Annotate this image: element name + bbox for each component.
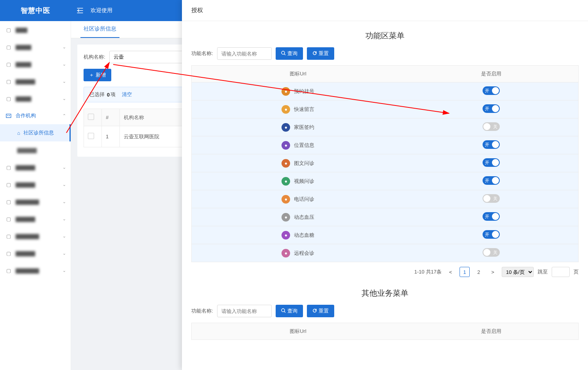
enable-toggle[interactable]: 开 <box>483 230 500 239</box>
chevron-down-icon: ⌄ <box>62 79 66 84</box>
chevron-down-icon: ⌄ <box>62 199 66 204</box>
org-name-input[interactable] <box>109 51 187 63</box>
feature-name: 动态血糖 <box>294 232 314 239</box>
th-enabled: 是否启用 <box>404 66 579 82</box>
toggle-knob <box>492 177 499 184</box>
sidebar-sub-other[interactable]: ▇▇▇▇▇ <box>0 141 71 159</box>
enable-toggle[interactable]: 关 <box>483 122 500 131</box>
phone-icon: ▢ <box>5 164 12 170</box>
svg-line-4 <box>284 54 285 55</box>
pager-page-2[interactable]: 2 <box>474 267 484 277</box>
sidebar-item-8[interactable]: ▢▇▇▇▇▇⌄ <box>0 210 71 227</box>
enable-toggle[interactable]: 开 <box>483 176 500 185</box>
sidebar-item-7[interactable]: ▢▇▇▇▇▇▇⌄ <box>0 193 71 210</box>
home-icon: ⌂ <box>17 130 20 136</box>
enable-toggle[interactable]: 开 <box>483 86 500 95</box>
box-icon: ▢ <box>5 61 12 67</box>
section-title-func: 功能区菜单 <box>191 30 579 41</box>
toggle-knob <box>492 105 499 112</box>
enable-toggle[interactable]: 开 <box>483 158 500 167</box>
enable-toggle[interactable]: 开 <box>483 212 500 221</box>
sidebar-item-10[interactable]: ▢▇▇▇▇▇⌄ <box>0 245 71 262</box>
sidebar-submenu: ⌂ 社区诊所信息 ▇▇▇▇▇ <box>0 124 71 159</box>
chevron-down-icon: ⌄ <box>62 45 66 50</box>
clock-icon: ▢ <box>5 78 12 84</box>
feature-icon: ● <box>282 123 290 132</box>
feature-icon: ● <box>282 105 290 114</box>
sidebar-item-0[interactable]: ▢▇▇▇ <box>0 21 71 38</box>
feature-name: 动态血压 <box>294 214 314 221</box>
list-icon: ▢ <box>5 181 12 188</box>
toggle-label: 开 <box>485 104 489 113</box>
sidebar-item-5[interactable]: ▢▇▇▇▇▇⌄ <box>0 159 71 176</box>
filter-label: 机构名称: <box>84 54 105 61</box>
section-title-other: 其他业务菜单 <box>191 288 579 299</box>
sidebar-item-partner[interactable]: 合作机构 ⌃ <box>0 107 71 124</box>
feature-icon: ● <box>282 195 290 204</box>
pager-next[interactable]: > <box>488 267 498 277</box>
th-index: # <box>102 109 120 126</box>
more-icon: ▢ <box>5 267 12 273</box>
selection-prefix: 已选择 <box>89 91 105 98</box>
row-checkbox[interactable] <box>88 133 94 139</box>
chevron-down-icon: ⌄ <box>62 251 66 256</box>
sidebar-item-6[interactable]: ▢▇▇▇▇▇⌄ <box>0 176 71 193</box>
pager-prev[interactable]: < <box>445 267 456 277</box>
toggle-label: 开 <box>485 176 489 185</box>
func-filter-row: 功能名称: 查询 重置 <box>191 47 579 60</box>
pager-page-1[interactable]: 1 <box>460 267 470 277</box>
pager-info: 1-10 共17条 <box>414 268 442 275</box>
sidebar-item-9[interactable]: ▢▇▇▇▇▇▇⌄ <box>0 227 71 245</box>
sidebar-label: ▇▇▇▇ <box>16 96 31 102</box>
func-name-label: 功能名称: <box>191 50 213 57</box>
enable-toggle[interactable]: 开 <box>483 140 500 149</box>
func-row: ●视频问诊开 <box>192 172 578 190</box>
feature-icon: ● <box>282 159 290 168</box>
selection-count: 0 <box>107 92 110 98</box>
sidebar-item-3[interactable]: ▢▇▇▇▇▇⌄ <box>0 73 71 90</box>
query-label: 查询 <box>287 50 298 57</box>
chevron-up-icon: ⌃ <box>62 113 66 118</box>
tab-clinic-info[interactable]: 社区诊所信息 <box>80 25 119 38</box>
func-row: ●快速留言开 <box>192 100 578 118</box>
reset-label-2: 重置 <box>319 307 329 315</box>
sidebar-label: ▇▇▇▇▇ <box>16 250 35 256</box>
func-name-input-2[interactable] <box>217 305 272 317</box>
enable-toggle[interactable]: 关 <box>483 248 500 257</box>
sidebar-label: ▇▇▇▇▇ <box>16 164 35 170</box>
add-button[interactable]: ＋ 新增 <box>84 69 111 81</box>
func-row: ●位置信息开 <box>192 136 578 154</box>
select-all-checkbox[interactable] <box>88 114 94 120</box>
page-size-select[interactable]: 10 条/页 <box>502 267 534 277</box>
enable-toggle[interactable]: 开 <box>483 104 500 113</box>
query-button[interactable]: 查询 <box>276 47 303 60</box>
pager-jump-input[interactable] <box>552 267 570 277</box>
feature-name: 家医签约 <box>294 124 314 131</box>
func-row: ●图文问诊开 <box>192 154 578 172</box>
func-name-input[interactable] <box>217 47 272 60</box>
welcome-text: 欢迎使用 <box>91 7 112 14</box>
sidebar-item-11[interactable]: ▢▇▇▇▇▇▇⌄ <box>0 262 71 279</box>
collapse-button[interactable] <box>73 4 87 17</box>
add-button-label: 新增 <box>96 71 106 79</box>
chevron-down-icon: ⌄ <box>62 182 66 187</box>
sidebar-item-2[interactable]: ▢▇▇▇▇⌄ <box>0 55 71 73</box>
sidebar-sub-clinic[interactable]: ⌂ 社区诊所信息 <box>0 124 71 141</box>
auth-drawer: 授权 功能区菜单 功能名称: 查询 重置 图标Url 是否启用 <box>182 0 588 370</box>
toggle-label: 关 <box>493 194 497 203</box>
toggle-label: 开 <box>485 212 489 221</box>
plus-icon: ＋ <box>89 71 94 79</box>
clear-selection[interactable]: 清空 <box>122 91 132 98</box>
menu-fold-icon <box>77 7 84 14</box>
toggle-knob <box>492 231 499 238</box>
sidebar-item-4[interactable]: ▢▇▇▇▇⌄ <box>0 90 71 107</box>
enable-toggle[interactable]: 关 <box>483 194 500 203</box>
query-button-2[interactable]: 查询 <box>276 305 303 317</box>
toggle-label: 开 <box>485 158 489 167</box>
other-table: 图标Url 是否启用 <box>191 323 579 340</box>
doc-icon: ▢ <box>5 95 12 102</box>
svg-point-3 <box>282 51 285 54</box>
sidebar-item-1[interactable]: ▢▇▇▇▇⌄ <box>0 38 71 55</box>
reset-button-2[interactable]: 重置 <box>307 305 334 317</box>
reset-button[interactable]: 重置 <box>307 47 334 60</box>
